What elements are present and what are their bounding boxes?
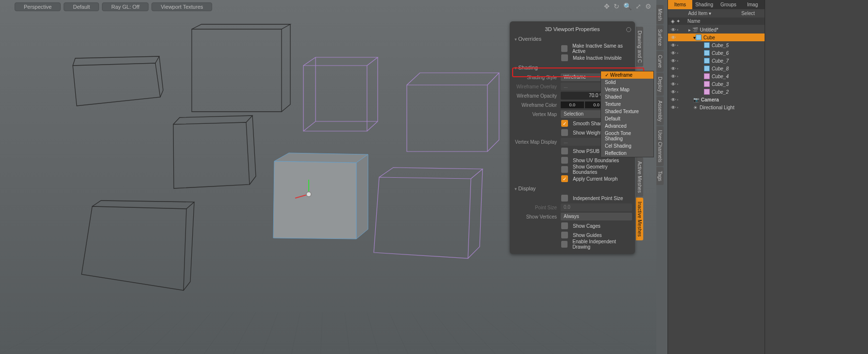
eye-icon[interactable]: 👁: [670, 66, 677, 71]
cube-icon: [704, 42, 710, 48]
point-size-field[interactable]: 0.0: [561, 203, 632, 211]
items-panel: Items Shading Groups Imag Add Item ▾ Sel…: [668, 0, 765, 354]
camera-icon: 📷: [693, 97, 699, 102]
tree-row-cube[interactable]: 👁✦▾ Cube: [668, 34, 765, 41]
chk-enable-indep[interactable]: [561, 241, 568, 248]
add-item-button[interactable]: Add Item ▾: [668, 9, 732, 17]
dropdown-item[interactable]: Texture: [601, 101, 653, 108]
tree-row-light[interactable]: 👁•☀Directional Light: [668, 103, 765, 111]
side-vtabs: Mesh Surface Curve Deploy Assembly User …: [656, 5, 665, 186]
tab-images[interactable]: Imag: [740, 0, 765, 9]
panel-title: 3D Viewport Properties: [510, 24, 635, 34]
vtab-inactive-meshes[interactable]: Inactive Meshes: [636, 198, 643, 240]
dropdown-item[interactable]: Vertex Map: [601, 86, 653, 93]
svg-point-2: [306, 192, 311, 197]
show-vertices-field[interactable]: Always: [561, 213, 632, 220]
eye-icon[interactable]: 👁: [670, 74, 677, 79]
dropdown-item[interactable]: Shaded: [601, 93, 653, 101]
tree-row[interactable]: 👁•Cube_4: [668, 72, 765, 80]
eye-icon[interactable]: 👁: [670, 82, 677, 87]
tree-row[interactable]: 👁•Cube_3: [668, 80, 765, 88]
vtab-curve[interactable]: Curve: [656, 51, 664, 72]
tree-row[interactable]: 👁•Cube_7: [668, 57, 765, 65]
dropdown-item[interactable]: Cel Shading: [601, 142, 653, 150]
chk-inactive-same[interactable]: [561, 45, 568, 52]
tree-row[interactable]: 👁•Cube_8: [668, 65, 765, 72]
eye-icon[interactable]: 👁: [670, 105, 677, 110]
vtab-surface[interactable]: Surface: [656, 25, 664, 50]
chk-indep-point[interactable]: [561, 195, 568, 202]
chk-inactive-invisible[interactable]: [561, 54, 568, 61]
tree-row-scene[interactable]: 👁•▸ 🎬Untitled*: [668, 26, 765, 34]
name-column-header: Name: [687, 18, 701, 24]
eye-icon[interactable]: 👁: [670, 89, 677, 95]
light-icon: ☀: [693, 105, 698, 110]
eye-icon[interactable]: 👁: [670, 97, 677, 102]
dropdown-item[interactable]: Shaded Texture: [601, 108, 653, 115]
dropdown-item[interactable]: Default: [601, 115, 653, 122]
visibility-column: ◈ ✦: [671, 18, 687, 24]
tree-row[interactable]: 👁•Cube_2: [668, 88, 765, 96]
dropdown-item[interactable]: Reflection: [601, 150, 653, 157]
cube-icon: [704, 50, 710, 56]
eye-icon[interactable]: 👁: [670, 43, 677, 48]
cube-icon: [704, 66, 710, 71]
vtab-user-channels[interactable]: User Channels: [656, 126, 664, 166]
vtab-drawing[interactable]: Drawing and C: [636, 27, 643, 67]
cube-icon: [696, 34, 701, 40]
section-overrides[interactable]: Overrides: [510, 34, 635, 44]
item-tree: 👁•▸ 🎬Untitled* 👁✦▾ Cube 👁•Cube_5 👁•Cube_…: [668, 25, 765, 112]
chk-show-weightmap[interactable]: [561, 129, 568, 136]
chk-apply-morph[interactable]: ✓: [561, 175, 568, 182]
scene-icon: ▸ 🎬: [688, 27, 698, 33]
vtab-tags[interactable]: Tags: [656, 167, 664, 185]
vtab-deploy[interactable]: Deploy: [656, 73, 664, 96]
tree-row[interactable]: 👁•Cube_6: [668, 49, 765, 57]
select-button[interactable]: Select: [732, 9, 765, 17]
chk-show-psub[interactable]: [561, 148, 568, 154]
empty-panel: [765, 0, 868, 354]
tree-row[interactable]: 👁•Cube_5: [668, 41, 765, 49]
dropdown-item[interactable]: Solid: [601, 79, 653, 86]
dropdown-item[interactable]: Wireframe: [601, 71, 653, 79]
tab-shading[interactable]: Shading: [692, 0, 717, 9]
dropdown-item[interactable]: Gooch Tone Shading: [601, 130, 653, 142]
chk-show-cages[interactable]: [561, 222, 568, 229]
cube-icon: [704, 58, 710, 64]
chk-show-uv[interactable]: [561, 157, 568, 164]
section-display[interactable]: Display: [510, 184, 635, 193]
cube-icon: [704, 73, 710, 79]
cube-icon: [704, 81, 710, 87]
dropdown-item[interactable]: Advanced: [601, 122, 653, 130]
eye-icon[interactable]: 👁: [670, 35, 677, 40]
shading-style-dropdown: Wireframe Solid Vertex Map Shaded Textur…: [601, 71, 654, 157]
close-icon[interactable]: [626, 27, 631, 32]
chk-smooth-shade[interactable]: ✓: [561, 120, 568, 127]
tab-items[interactable]: Items: [668, 0, 692, 9]
vtab-assembly[interactable]: Assembly: [656, 97, 664, 125]
vtab-active-meshes[interactable]: Active Meshes: [636, 157, 643, 197]
tab-groups[interactable]: Groups: [717, 0, 741, 9]
chk-show-geom[interactable]: [561, 166, 568, 173]
eye-icon[interactable]: 👁: [670, 27, 677, 33]
vtab-mesh[interactable]: Mesh: [656, 5, 664, 24]
chk-show-guides[interactable]: [561, 232, 568, 238]
cube-icon: [704, 89, 710, 95]
tree-row-camera[interactable]: 👁•📷Camera: [668, 96, 765, 103]
eye-icon[interactable]: 👁: [670, 51, 677, 56]
eye-icon[interactable]: 👁: [670, 58, 677, 64]
right-tabs: Items Shading Groups Imag: [668, 0, 765, 9]
